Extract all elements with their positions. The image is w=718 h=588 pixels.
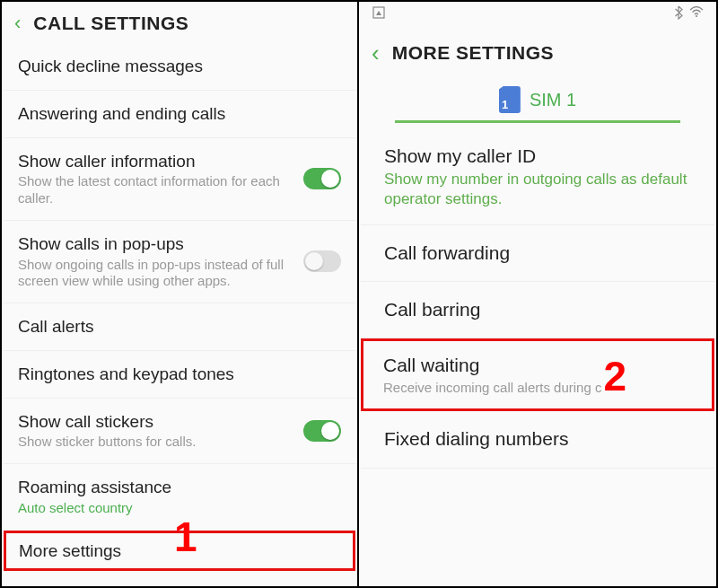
- label: Call waiting: [383, 354, 692, 377]
- item-forwarding[interactable]: Call forwarding: [361, 225, 714, 282]
- sim-label: SIM 1: [530, 90, 576, 110]
- sublabel: Receive incoming call alerts during c: [383, 380, 692, 397]
- page-title: MORE SETTINGS: [392, 42, 554, 64]
- toggle-stickers[interactable]: [303, 420, 341, 442]
- header: ‹ MORE SETTINGS: [359, 25, 716, 74]
- label: Call forwarding: [384, 241, 691, 265]
- item-show-caller-info[interactable]: Show caller information Show the latest …: [4, 138, 355, 221]
- back-icon[interactable]: ‹: [14, 13, 21, 33]
- sublabel: Show ongoing calls in pop-ups instead of…: [18, 257, 293, 291]
- sublabel: Show my number in outgoing calls as defa…: [384, 170, 691, 208]
- item-call-waiting[interactable]: Call waiting Receive incoming call alert…: [361, 338, 714, 411]
- sublabel: Show the latest contact information for …: [18, 173, 293, 207]
- label: Show caller information: [18, 151, 293, 172]
- item-caller-id[interactable]: Show my caller ID Show my number in outg…: [361, 128, 714, 225]
- label: Fixed dialing numbers: [384, 427, 691, 451]
- sim-tab[interactable]: 1 SIM 1: [395, 74, 680, 123]
- more-settings-panel: ‹ MORE SETTINGS 1 SIM 1 Show my caller I…: [359, 2, 716, 586]
- svg-point-1: [696, 14, 697, 16]
- sim-card-icon: 1: [499, 86, 521, 113]
- label: Show calls in pop-ups: [18, 233, 293, 255]
- toggle-popups[interactable]: [303, 250, 341, 272]
- back-icon[interactable]: ‹: [372, 41, 380, 65]
- label: Show call stickers: [18, 411, 293, 433]
- settings-list: Show my caller ID Show my number in outg…: [359, 128, 716, 469]
- label: Call barring: [384, 298, 691, 321]
- item-barring[interactable]: Call barring: [361, 282, 714, 338]
- header: ‹ CALL SETTINGS: [2, 2, 357, 43]
- bluetooth-icon: [673, 5, 684, 22]
- call-settings-panel: ‹ CALL SETTINGS Quick decline messages A…: [2, 2, 359, 586]
- wifi-icon: [689, 5, 704, 22]
- item-answering[interactable]: Answering and ending calls: [4, 91, 355, 138]
- item-stickers[interactable]: Show call stickers Show sticker buttons …: [4, 399, 355, 465]
- label: Call alerts: [18, 316, 341, 338]
- annotation-2: 2: [603, 352, 626, 400]
- label: Roaming assistance: [18, 477, 341, 498]
- sublabel: Show sticker buttons for calls.: [18, 434, 293, 451]
- label: Ringtones and keypad tones: [18, 364, 341, 385]
- item-quick-decline[interactable]: Quick decline messages: [4, 43, 355, 91]
- settings-list: Quick decline messages Answering and end…: [2, 43, 357, 571]
- screenshot-icon: [372, 5, 386, 22]
- label: Quick decline messages: [18, 56, 341, 77]
- toggle-show-caller-info[interactable]: [303, 168, 341, 189]
- item-fixed-dialing[interactable]: Fixed dialing numbers: [361, 411, 714, 468]
- page-title: CALL SETTINGS: [33, 13, 188, 34]
- item-call-alerts[interactable]: Call alerts: [4, 303, 355, 351]
- label: Show my caller ID: [384, 145, 691, 168]
- item-popups[interactable]: Show calls in pop-ups Show ongoing calls…: [4, 221, 355, 303]
- label: Answering and ending calls: [18, 103, 341, 125]
- annotation-1: 1: [174, 513, 197, 561]
- item-ringtones[interactable]: Ringtones and keypad tones: [4, 351, 355, 399]
- statusbar: [359, 2, 716, 25]
